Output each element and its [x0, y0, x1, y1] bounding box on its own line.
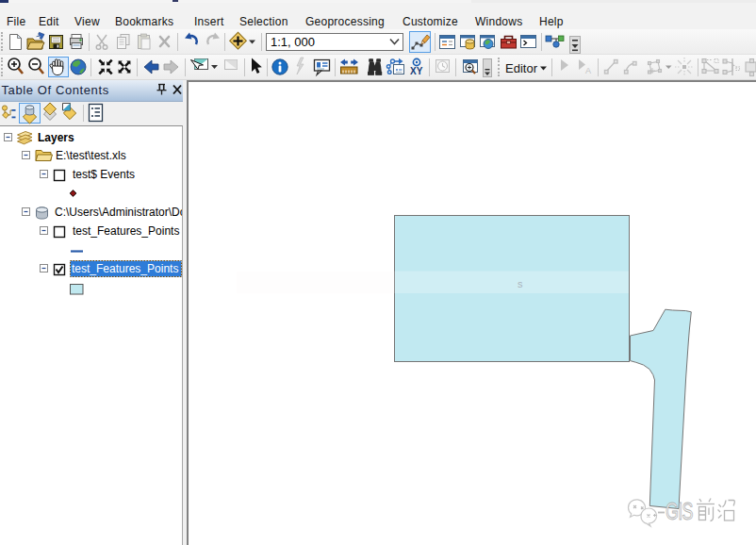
svg-text:XY: XY — [410, 66, 423, 76]
svg-text:Layers: Layers — [38, 131, 74, 144]
svg-text:test_Features_Points: test_Features_Points — [73, 224, 179, 238]
svg-text:A: A — [585, 66, 591, 75]
svg-text:GIS: GIS — [666, 498, 693, 525]
svg-text:1:1, 000: 1:1, 000 — [271, 35, 315, 49]
svg-text:s: s — [518, 278, 523, 289]
svg-text:test_Features_Points: test_Features_Points — [72, 262, 178, 275]
svg-text:E:\test\test.xls: E:\test\test.xls — [56, 149, 126, 162]
svg-text:C:\Users\Administrator\Docume: C:\Users\Administrator\Docume — [55, 206, 182, 219]
svg-text:test$ Events: test$ Events — [73, 168, 135, 181]
svg-text:Editor: Editor — [505, 61, 538, 75]
